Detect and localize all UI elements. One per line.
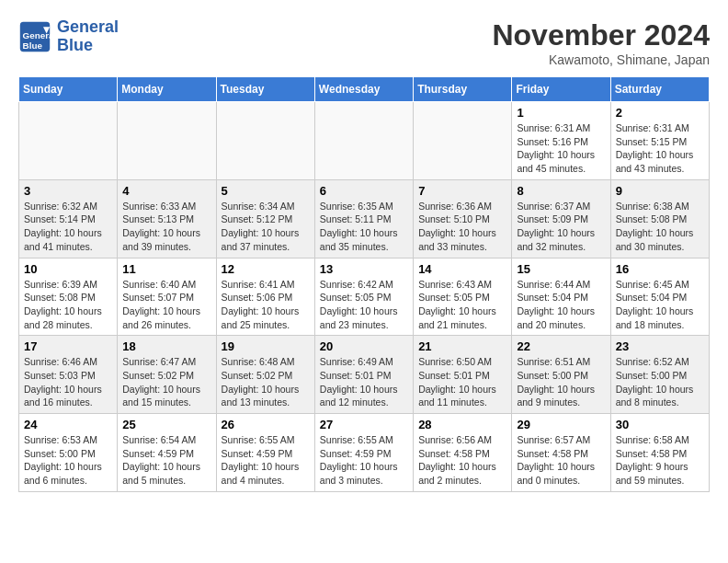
day-number: 4	[122, 184, 210, 198]
day-number: 12	[222, 262, 310, 276]
day-info: Sunrise: 6:35 AM Sunset: 5:11 PM Dayligh…	[320, 200, 408, 254]
calendar-cell: 27Sunrise: 6:55 AM Sunset: 4:59 PM Dayli…	[314, 414, 413, 492]
day-info: Sunrise: 6:38 AM Sunset: 5:08 PM Dayligh…	[616, 200, 704, 254]
day-info: Sunrise: 6:57 AM Sunset: 4:58 PM Dayligh…	[517, 433, 605, 488]
header: General Blue General Blue November 2024 …	[18, 18, 710, 67]
calendar-cell	[118, 102, 216, 180]
week-row-4: 17Sunrise: 6:46 AM Sunset: 5:03 PM Dayli…	[19, 336, 710, 414]
day-number: 7	[418, 184, 506, 198]
title-area: November 2024 Kawamoto, Shimane, Japan	[492, 18, 710, 67]
day-info: Sunrise: 6:32 AM Sunset: 5:14 PM Dayligh…	[24, 200, 112, 254]
calendar-cell: 19Sunrise: 6:48 AM Sunset: 5:02 PM Dayli…	[216, 336, 314, 414]
day-number: 6	[320, 184, 408, 198]
day-number: 15	[517, 262, 605, 276]
day-number: 19	[222, 339, 310, 353]
day-info: Sunrise: 6:49 AM Sunset: 5:01 PM Dayligh…	[320, 355, 408, 409]
day-info: Sunrise: 6:36 AM Sunset: 5:10 PM Dayligh…	[418, 200, 506, 254]
day-number: 20	[320, 339, 408, 353]
day-number: 18	[122, 339, 210, 353]
day-info: Sunrise: 6:42 AM Sunset: 5:05 PM Dayligh…	[320, 278, 408, 332]
calendar-cell: 6Sunrise: 6:35 AM Sunset: 5:11 PM Daylig…	[314, 179, 413, 258]
day-info: Sunrise: 6:47 AM Sunset: 5:02 PM Dayligh…	[122, 355, 210, 409]
calendar-cell	[314, 102, 413, 180]
calendar-cell: 7Sunrise: 6:36 AM Sunset: 5:10 PM Daylig…	[414, 179, 512, 258]
calendar-cell: 26Sunrise: 6:55 AM Sunset: 4:59 PM Dayli…	[216, 414, 314, 492]
calendar: SundayMondayTuesdayWednesdayThursdayFrid…	[18, 76, 710, 492]
logo: General Blue General Blue	[18, 18, 119, 55]
day-info: Sunrise: 6:55 AM Sunset: 4:59 PM Dayligh…	[222, 433, 310, 488]
day-number: 17	[24, 339, 112, 353]
day-number: 8	[517, 184, 605, 198]
location: Kawamoto, Shimane, Japan	[492, 52, 710, 67]
day-number: 27	[320, 418, 408, 431]
day-info: Sunrise: 6:55 AM Sunset: 4:59 PM Dayligh…	[320, 433, 408, 488]
day-info: Sunrise: 6:44 AM Sunset: 5:04 PM Dayligh…	[517, 278, 605, 332]
weekday-header-thursday: Thursday	[414, 77, 512, 102]
day-info: Sunrise: 6:52 AM Sunset: 5:00 PM Dayligh…	[616, 355, 704, 409]
day-number: 9	[616, 184, 704, 198]
week-row-3: 10Sunrise: 6:39 AM Sunset: 5:08 PM Dayli…	[19, 258, 710, 336]
day-info: Sunrise: 6:48 AM Sunset: 5:02 PM Dayligh…	[222, 355, 310, 409]
day-number: 5	[222, 184, 310, 198]
day-info: Sunrise: 6:46 AM Sunset: 5:03 PM Dayligh…	[24, 355, 112, 409]
day-number: 25	[122, 418, 210, 431]
day-number: 16	[616, 262, 704, 276]
svg-text:Blue: Blue	[23, 40, 43, 50]
day-info: Sunrise: 6:56 AM Sunset: 4:58 PM Dayligh…	[418, 433, 506, 488]
calendar-cell: 13Sunrise: 6:42 AM Sunset: 5:05 PM Dayli…	[314, 258, 413, 336]
day-number: 2	[616, 106, 704, 120]
calendar-cell: 17Sunrise: 6:46 AM Sunset: 5:03 PM Dayli…	[19, 336, 118, 414]
calendar-cell: 12Sunrise: 6:41 AM Sunset: 5:06 PM Dayli…	[216, 258, 314, 336]
day-number: 23	[616, 339, 704, 353]
weekday-header-tuesday: Tuesday	[216, 77, 314, 102]
day-number: 28	[418, 418, 506, 431]
calendar-cell: 22Sunrise: 6:51 AM Sunset: 5:00 PM Dayli…	[512, 336, 610, 414]
day-info: Sunrise: 6:43 AM Sunset: 5:05 PM Dayligh…	[418, 278, 506, 332]
calendar-cell: 25Sunrise: 6:54 AM Sunset: 4:59 PM Dayli…	[118, 414, 216, 492]
calendar-cell: 8Sunrise: 6:37 AM Sunset: 5:09 PM Daylig…	[512, 179, 610, 258]
day-info: Sunrise: 6:53 AM Sunset: 5:00 PM Dayligh…	[24, 433, 112, 488]
weekday-header-wednesday: Wednesday	[314, 77, 413, 102]
calendar-cell: 21Sunrise: 6:50 AM Sunset: 5:01 PM Dayli…	[414, 336, 512, 414]
calendar-cell: 2Sunrise: 6:31 AM Sunset: 5:15 PM Daylig…	[610, 102, 709, 180]
week-row-1: 1Sunrise: 6:31 AM Sunset: 5:16 PM Daylig…	[19, 102, 710, 180]
day-number: 21	[418, 339, 506, 353]
calendar-cell: 16Sunrise: 6:45 AM Sunset: 5:04 PM Dayli…	[610, 258, 709, 336]
weekday-header-friday: Friday	[512, 77, 610, 102]
day-number: 14	[418, 262, 506, 276]
day-info: Sunrise: 6:41 AM Sunset: 5:06 PM Dayligh…	[222, 278, 310, 332]
calendar-cell: 24Sunrise: 6:53 AM Sunset: 5:00 PM Dayli…	[19, 414, 118, 492]
month-title: November 2024	[492, 18, 710, 52]
calendar-cell: 4Sunrise: 6:33 AM Sunset: 5:13 PM Daylig…	[118, 179, 216, 258]
calendar-cell	[19, 102, 118, 180]
logo-icon: General Blue	[18, 20, 51, 53]
day-info: Sunrise: 6:45 AM Sunset: 5:04 PM Dayligh…	[616, 278, 704, 332]
day-info: Sunrise: 6:51 AM Sunset: 5:00 PM Dayligh…	[517, 355, 605, 409]
day-info: Sunrise: 6:33 AM Sunset: 5:13 PM Dayligh…	[122, 200, 210, 254]
day-number: 29	[517, 418, 605, 431]
calendar-cell: 18Sunrise: 6:47 AM Sunset: 5:02 PM Dayli…	[118, 336, 216, 414]
day-info: Sunrise: 6:39 AM Sunset: 5:08 PM Dayligh…	[24, 278, 112, 332]
weekday-header-sunday: Sunday	[19, 77, 118, 102]
weekday-header-saturday: Saturday	[610, 77, 709, 102]
calendar-cell: 20Sunrise: 6:49 AM Sunset: 5:01 PM Dayli…	[314, 336, 413, 414]
calendar-cell: 11Sunrise: 6:40 AM Sunset: 5:07 PM Dayli…	[118, 258, 216, 336]
day-number: 13	[320, 262, 408, 276]
calendar-cell: 29Sunrise: 6:57 AM Sunset: 4:58 PM Dayli…	[512, 414, 610, 492]
calendar-cell: 1Sunrise: 6:31 AM Sunset: 5:16 PM Daylig…	[512, 102, 610, 180]
calendar-cell: 5Sunrise: 6:34 AM Sunset: 5:12 PM Daylig…	[216, 179, 314, 258]
day-number: 26	[222, 418, 310, 431]
day-number: 1	[517, 106, 605, 120]
day-info: Sunrise: 6:31 AM Sunset: 5:16 PM Dayligh…	[517, 121, 605, 176]
day-info: Sunrise: 6:34 AM Sunset: 5:12 PM Dayligh…	[222, 200, 310, 254]
calendar-cell: 9Sunrise: 6:38 AM Sunset: 5:08 PM Daylig…	[610, 179, 709, 258]
day-info: Sunrise: 6:40 AM Sunset: 5:07 PM Dayligh…	[122, 278, 210, 332]
day-info: Sunrise: 6:31 AM Sunset: 5:15 PM Dayligh…	[616, 121, 704, 176]
calendar-cell: 10Sunrise: 6:39 AM Sunset: 5:08 PM Dayli…	[19, 258, 118, 336]
day-number: 22	[517, 339, 605, 353]
week-row-5: 24Sunrise: 6:53 AM Sunset: 5:00 PM Dayli…	[19, 414, 710, 492]
day-info: Sunrise: 6:50 AM Sunset: 5:01 PM Dayligh…	[418, 355, 506, 409]
calendar-cell: 14Sunrise: 6:43 AM Sunset: 5:05 PM Dayli…	[414, 258, 512, 336]
calendar-cell: 15Sunrise: 6:44 AM Sunset: 5:04 PM Dayli…	[512, 258, 610, 336]
day-number: 30	[616, 418, 704, 431]
